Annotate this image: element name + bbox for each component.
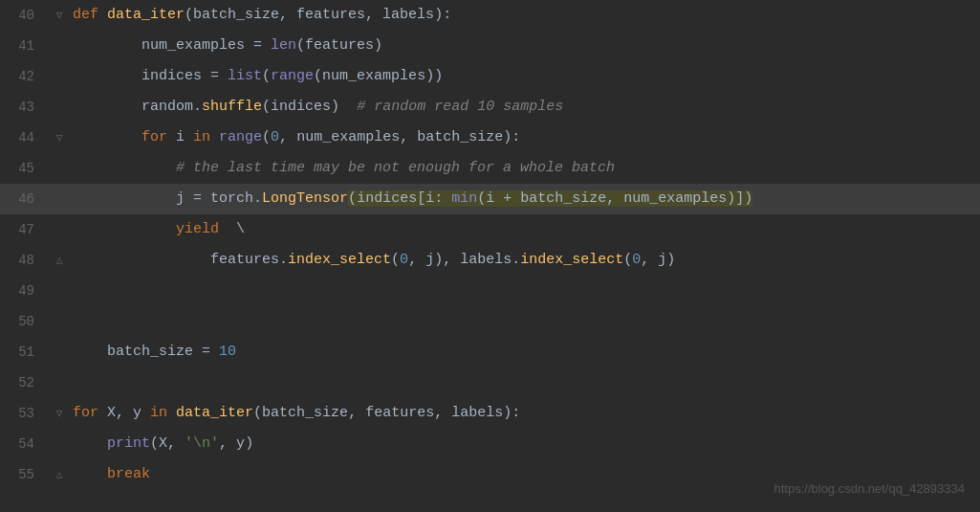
code-line-52: 52 xyxy=(0,367,980,398)
line-number: 40 xyxy=(0,0,50,31)
code-content: # the last time may be not enough for a … xyxy=(69,153,980,184)
code-content: batch_size = 10 xyxy=(69,337,980,367)
code-line-51: 51 batch_size = 10 xyxy=(0,337,980,367)
code-content: yield \ xyxy=(69,214,980,245)
line-number: 53 xyxy=(0,398,50,429)
code-line-49: 49 xyxy=(0,276,980,306)
line-number: 54 xyxy=(0,429,50,459)
line-number: 42 xyxy=(0,61,50,92)
code-editor: 40▽def data_iter(batch_size, features, l… xyxy=(0,0,980,512)
code-line-44: 44▽ for i in range(0, num_examples, batc… xyxy=(0,122,980,153)
code-line-53: 53▽for X, y in data_iter(batch_size, fea… xyxy=(0,398,980,429)
line-number: 52 xyxy=(0,367,50,398)
code-content: for X, y in data_iter(batch_size, featur… xyxy=(69,398,980,429)
code-content: random.shuffle(indices) # random read 10… xyxy=(69,92,980,122)
line-number: 46 xyxy=(0,184,50,214)
code-line-43: 43 random.shuffle(indices) # random read… xyxy=(0,92,980,122)
line-number: 49 xyxy=(0,276,50,306)
code-line-50: 50 xyxy=(0,306,980,337)
code-line-47: 47 yield \ xyxy=(0,214,980,245)
code-line-54: 54 print(X, '\n', y) xyxy=(0,429,980,459)
code-line-42: 42 indices = list(range(num_examples)) xyxy=(0,61,980,92)
code-content: num_examples = len(features) xyxy=(69,31,980,61)
line-number: 44 xyxy=(0,122,50,153)
line-number: 55 xyxy=(0,459,50,490)
line-number: 50 xyxy=(0,306,50,337)
code-line-40: 40▽def data_iter(batch_size, features, l… xyxy=(0,0,980,31)
gutter-icon: △ xyxy=(50,245,69,276)
line-number: 41 xyxy=(0,31,50,61)
code-line-45: 45 # the last time may be not enough for… xyxy=(0,153,980,184)
code-line-41: 41 num_examples = len(features) xyxy=(0,31,980,61)
code-content: indices = list(range(num_examples)) xyxy=(69,61,980,92)
line-number: 43 xyxy=(0,92,50,122)
line-number: 48 xyxy=(0,245,50,276)
gutter-icon: ▽ xyxy=(50,398,69,429)
gutter-icon: ▽ xyxy=(50,122,69,153)
code-content: def data_iter(batch_size, features, labe… xyxy=(69,0,980,31)
watermark: https://blog.csdn.net/qq_42893334 xyxy=(774,474,966,504)
code-line-46: 46 j = torch.LongTensor(indices[i: min(i… xyxy=(0,184,980,214)
code-line-48: 48△ features.index_select(0, j), labels.… xyxy=(0,245,980,276)
line-number: 45 xyxy=(0,153,50,184)
code-content: j = torch.LongTensor(indices[i: min(i + … xyxy=(69,184,980,214)
gutter-icon: ▽ xyxy=(50,0,69,31)
line-number: 51 xyxy=(0,337,50,367)
code-content: print(X, '\n', y) xyxy=(69,429,980,459)
code-content: features.index_select(0, j), labels.inde… xyxy=(69,245,980,276)
gutter-icon: △ xyxy=(50,459,69,490)
code-content: for i in range(0, num_examples, batch_si… xyxy=(69,122,980,153)
line-number: 47 xyxy=(0,214,50,245)
